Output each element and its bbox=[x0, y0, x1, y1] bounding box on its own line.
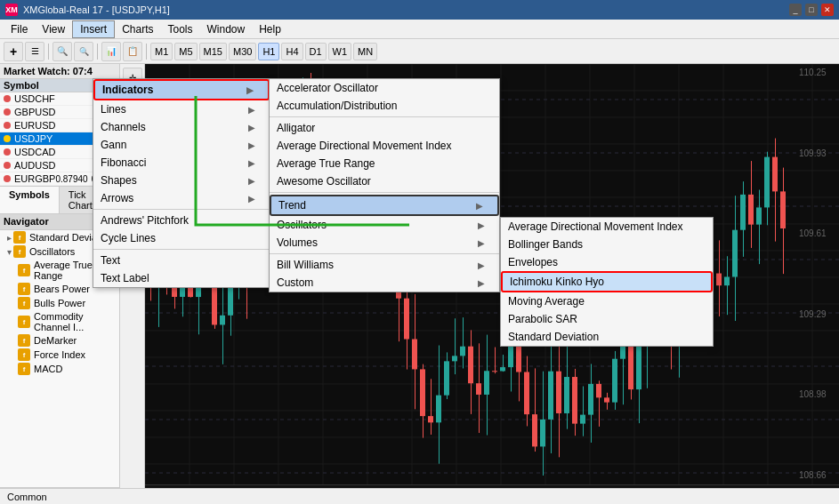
ind-label: Alligator bbox=[277, 122, 315, 134]
submenu-arrow: ▶ bbox=[248, 176, 255, 186]
trend-admi[interactable]: Average Directional Movement Index bbox=[501, 218, 713, 236]
ind-label: Average Directional Movement Index bbox=[277, 140, 452, 152]
trend-ichimoku[interactable]: Ichimoku Kinko Hyo bbox=[501, 271, 713, 292]
ind-volumes[interactable]: Volumes ▶ bbox=[270, 234, 499, 252]
trend-submenu: Average Directional Movement Index Bolli… bbox=[500, 217, 714, 347]
menu-insert[interactable]: Insert bbox=[72, 20, 115, 38]
submenu-arrow: ▶ bbox=[478, 260, 485, 270]
submenu-arrow: ▶ bbox=[478, 220, 485, 230]
menu-cycle-lines[interactable]: Cycle Lines bbox=[93, 229, 270, 247]
ind-atr[interactable]: Average True Range bbox=[270, 155, 499, 172]
menu-fibonacci[interactable]: Fibonacci ▶ bbox=[93, 154, 270, 172]
ind-admi[interactable]: Average Directional Movement Index bbox=[270, 137, 499, 155]
text-label: Text bbox=[101, 254, 120, 267]
ind-label: Oscillators bbox=[277, 219, 327, 231]
ind-sep-3 bbox=[270, 253, 499, 254]
ind-label: Volumes bbox=[277, 236, 318, 249]
menu-help[interactable]: Help bbox=[252, 20, 288, 38]
submenu-arrow: ▶ bbox=[248, 105, 255, 115]
menu-bar: File View Insert Charts Tools Window Hel… bbox=[0, 20, 839, 39]
menu-indicators[interactable]: Indicators ▶ bbox=[93, 79, 270, 100]
lines-label: Lines bbox=[101, 103, 126, 116]
close-btn[interactable]: ✕ bbox=[821, 4, 834, 16]
window-controls: _ □ ✕ bbox=[789, 4, 834, 16]
indicators-submenu: Accelerator Oscillator Accumulation/Dist… bbox=[269, 78, 500, 292]
text-label-label: Text Label bbox=[101, 272, 149, 284]
maximize-btn[interactable]: □ bbox=[805, 4, 818, 16]
menu-sep-2 bbox=[93, 249, 270, 250]
menu-lines[interactable]: Lines ▶ bbox=[93, 100, 270, 118]
ind-sep-2 bbox=[270, 192, 499, 193]
menu-view[interactable]: View bbox=[35, 20, 72, 38]
ind-trend[interactable]: Trend ▶ bbox=[270, 195, 499, 216]
ind-label: Awesome Oscillator bbox=[277, 175, 371, 188]
dropdown-overlay: Indicators ▶ Lines ▶ Channels ▶ Gann ▶ F… bbox=[0, 39, 839, 504]
andrews-label: Andrews' Pitchfork bbox=[101, 214, 189, 227]
arrows-label: Arrows bbox=[101, 192, 133, 204]
trend-label: Bollinger Bands bbox=[508, 238, 583, 251]
submenu-arrow: ▶ bbox=[476, 201, 483, 211]
menu-window[interactable]: Window bbox=[200, 20, 253, 38]
trend-label: Moving Average bbox=[508, 295, 585, 308]
ind-accelerator[interactable]: Accelerator Oscillator bbox=[270, 79, 499, 97]
ind-bill-williams[interactable]: Bill Williams ▶ bbox=[270, 256, 499, 274]
ind-label: Accumulation/Distribution bbox=[277, 100, 397, 112]
menu-sep bbox=[93, 209, 270, 210]
menu-channels[interactable]: Channels ▶ bbox=[93, 118, 270, 136]
shapes-label: Shapes bbox=[101, 174, 137, 187]
submenu-arrow: ▶ bbox=[478, 278, 485, 288]
trend-moving-avg[interactable]: Moving Average bbox=[501, 292, 713, 310]
submenu-arrow: ▶ bbox=[248, 123, 255, 132]
channels-label: Channels bbox=[101, 121, 146, 133]
ind-label: Accelerator Oscillator bbox=[277, 82, 378, 94]
trend-label: Standard Deviation bbox=[508, 331, 599, 343]
ind-awesome[interactable]: Awesome Oscillator bbox=[270, 172, 499, 190]
trend-parabolic-sar[interactable]: Parabolic SAR bbox=[501, 310, 713, 328]
menu-charts[interactable]: Charts bbox=[115, 20, 160, 38]
trend-envelopes[interactable]: Envelopes bbox=[501, 253, 713, 271]
submenu-arrow: ▶ bbox=[246, 85, 254, 95]
ind-accumulation[interactable]: Accumulation/Distribution bbox=[270, 97, 499, 115]
submenu-arrow: ▶ bbox=[478, 238, 485, 248]
menu-text[interactable]: Text bbox=[93, 252, 270, 269]
menu-arrows[interactable]: Arrows ▶ bbox=[93, 189, 270, 207]
insert-menu-dropdown: Indicators ▶ Lines ▶ Channels ▶ Gann ▶ F… bbox=[93, 78, 270, 288]
trend-label: Ichimoku Kinko Hyo bbox=[510, 276, 604, 288]
trend-label: Envelopes bbox=[508, 256, 558, 268]
menu-file[interactable]: File bbox=[4, 20, 35, 38]
minimize-btn[interactable]: _ bbox=[789, 4, 802, 16]
ind-custom[interactable]: Custom ▶ bbox=[270, 274, 499, 292]
menu-andrews-pitchfork[interactable]: Andrews' Pitchfork bbox=[93, 212, 270, 229]
gann-label: Gann bbox=[101, 139, 126, 151]
menu-gann[interactable]: Gann ▶ bbox=[93, 136, 270, 154]
ind-label: Custom bbox=[277, 276, 313, 289]
ind-label: Trend bbox=[278, 199, 306, 212]
submenu-arrow: ▶ bbox=[248, 140, 255, 150]
trend-label: Average Directional Movement Index bbox=[508, 220, 683, 233]
trend-bollinger[interactable]: Bollinger Bands bbox=[501, 236, 713, 253]
cycle-lines-label: Cycle Lines bbox=[101, 232, 156, 244]
indicators-label: Indicators bbox=[102, 84, 153, 96]
menu-text-label[interactable]: Text Label bbox=[93, 269, 270, 287]
ind-label: Average True Range bbox=[277, 157, 375, 170]
submenu-arrow: ▶ bbox=[248, 158, 255, 168]
menu-tools[interactable]: Tools bbox=[161, 20, 200, 38]
ind-oscillators[interactable]: Oscillators ▶ bbox=[270, 216, 499, 234]
fibonacci-label: Fibonacci bbox=[101, 156, 146, 169]
submenu-arrow: ▶ bbox=[248, 194, 255, 204]
window-title: XMGlobal-Real 17 - [USDJPY,H1] bbox=[23, 4, 170, 15]
trend-label: Parabolic SAR bbox=[508, 313, 577, 325]
title-bar: XM XMGlobal-Real 17 - [USDJPY,H1] _ □ ✕ bbox=[0, 0, 839, 20]
ind-sep bbox=[270, 116, 499, 117]
ind-label: Bill Williams bbox=[277, 259, 334, 271]
trend-std-dev[interactable]: Standard Deviation bbox=[501, 328, 713, 346]
app-icon: XM bbox=[5, 4, 18, 16]
ind-alligator[interactable]: Alligator bbox=[270, 119, 499, 137]
menu-shapes[interactable]: Shapes ▶ bbox=[93, 172, 270, 189]
